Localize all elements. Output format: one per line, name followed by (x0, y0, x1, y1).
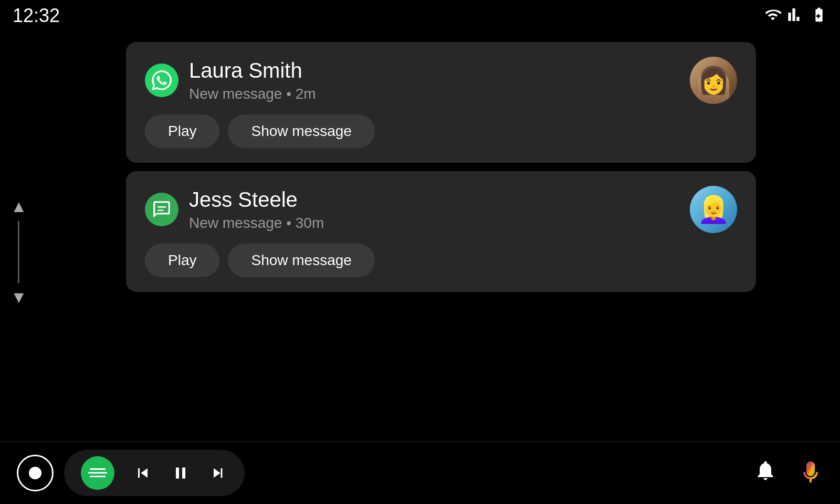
media-controls-pill (64, 450, 245, 496)
battery-icon (811, 6, 827, 25)
home-button-inner (29, 467, 41, 479)
next-button[interactable] (209, 464, 228, 482)
bottom-right-controls (754, 459, 823, 487)
notifications-area: Laura Smith New message • 2m Play Show m… (0, 32, 840, 441)
contact-name-1: Laura Smith (189, 59, 316, 82)
notification-bell-button[interactable] (754, 459, 777, 487)
whatsapp-icon (145, 64, 178, 97)
bottom-left-controls (17, 450, 245, 496)
contact-name-2: Jess Steele (189, 188, 324, 212)
notification-subtitle-1: New message • 2m (189, 86, 316, 102)
scroll-up-icon[interactable]: ▲ (10, 197, 27, 216)
signal-icon (788, 6, 804, 25)
google-messages-icon (145, 193, 178, 226)
show-message-button-2[interactable]: Show message (228, 244, 374, 277)
scroll-controls: ▲ ▼ (10, 197, 27, 307)
scroll-down-icon[interactable]: ▼ (10, 288, 27, 307)
pause-button[interactable] (171, 464, 190, 482)
wifi-icon (764, 6, 781, 25)
mic-button[interactable] (798, 460, 823, 486)
notification-left-1: Laura Smith New message • 2m (145, 59, 316, 102)
spotify-button[interactable] (81, 456, 114, 490)
avatar-2 (690, 186, 737, 233)
notifications-list: Laura Smith New message • 2m Play Show m… (126, 42, 756, 292)
prev-button[interactable] (133, 464, 152, 482)
status-bar: 12:32 (0, 0, 840, 32)
notification-text-1: Laura Smith New message • 2m (189, 59, 316, 102)
notification-actions-1: Play Show message (145, 114, 737, 148)
status-icons (764, 6, 827, 25)
play-button-1[interactable]: Play (145, 114, 219, 148)
bottom-bar (0, 441, 840, 504)
notification-card-2: Jess Steele New message • 30m Play Show … (126, 171, 756, 292)
avatar-1 (690, 57, 737, 104)
scroll-track (18, 220, 19, 284)
status-time: 12:32 (13, 5, 60, 27)
notification-subtitle-2: New message • 30m (189, 215, 324, 232)
play-button-2[interactable]: Play (145, 244, 219, 277)
notification-actions-2: Play Show message (145, 244, 737, 277)
notification-header-1: Laura Smith New message • 2m (145, 57, 737, 104)
notification-text-2: Jess Steele New message • 30m (189, 188, 324, 232)
notification-header-2: Jess Steele New message • 30m (145, 186, 737, 233)
notification-card-1: Laura Smith New message • 2m Play Show m… (126, 42, 756, 163)
spotify-icon (88, 468, 107, 477)
show-message-button-1[interactable]: Show message (228, 114, 374, 148)
home-button[interactable] (17, 455, 54, 491)
notification-left-2: Jess Steele New message • 30m (145, 188, 324, 232)
